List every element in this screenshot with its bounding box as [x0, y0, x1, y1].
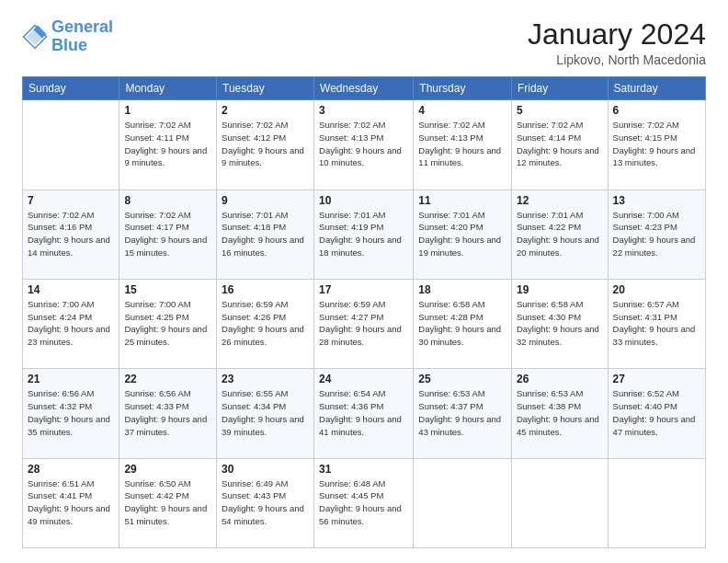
- page: General Blue January 2024 Lipkovo, North…: [0, 0, 728, 563]
- day-info: Sunrise: 6:59 AMSunset: 4:27 PMDaylight:…: [319, 298, 408, 349]
- day-cell: 18Sunrise: 6:58 AMSunset: 4:28 PMDayligh…: [414, 279, 512, 368]
- day-cell: [608, 458, 705, 547]
- day-cell: 3Sunrise: 7:02 AMSunset: 4:13 PMDaylight…: [314, 100, 414, 190]
- week-row-5: 28Sunrise: 6:51 AMSunset: 4:41 PMDayligh…: [23, 458, 706, 547]
- day-cell: 27Sunrise: 6:52 AMSunset: 4:40 PMDayligh…: [608, 369, 705, 458]
- day-info: Sunrise: 6:48 AMSunset: 4:45 PMDaylight:…: [319, 477, 408, 528]
- day-info: Sunrise: 6:52 AMSunset: 4:40 PMDaylight:…: [613, 387, 700, 438]
- day-number: 8: [124, 194, 211, 207]
- day-number: 16: [222, 283, 309, 296]
- day-info: Sunrise: 6:57 AMSunset: 4:31 PMDaylight:…: [613, 298, 700, 349]
- day-cell: 6Sunrise: 7:02 AMSunset: 4:15 PMDaylight…: [608, 100, 705, 190]
- day-info: Sunrise: 7:02 AMSunset: 4:14 PMDaylight:…: [517, 119, 603, 169]
- day-number: 4: [418, 104, 506, 117]
- day-info: Sunrise: 6:58 AMSunset: 4:28 PMDaylight:…: [418, 298, 506, 349]
- logo-line1: General: [51, 17, 113, 36]
- day-number: 15: [124, 283, 211, 296]
- day-cell: 20Sunrise: 6:57 AMSunset: 4:31 PMDayligh…: [608, 279, 705, 368]
- day-cell: 21Sunrise: 6:56 AMSunset: 4:32 PMDayligh…: [23, 369, 119, 458]
- calendar-header-row: SundayMondayTuesdayWednesdayThursdayFrid…: [23, 77, 706, 100]
- day-info: Sunrise: 6:53 AMSunset: 4:38 PMDaylight:…: [517, 387, 603, 438]
- day-header-monday: Monday: [119, 77, 217, 100]
- week-row-4: 21Sunrise: 6:56 AMSunset: 4:32 PMDayligh…: [23, 369, 706, 458]
- day-cell: 8Sunrise: 7:02 AMSunset: 4:17 PMDaylight…: [119, 190, 217, 279]
- day-cell: 31Sunrise: 6:48 AMSunset: 4:45 PMDayligh…: [314, 458, 414, 547]
- title-block: January 2024 Lipkovo, North Macedonia: [528, 18, 706, 67]
- logo: General Blue: [22, 18, 113, 55]
- day-number: 26: [517, 373, 603, 385]
- day-cell: 11Sunrise: 7:01 AMSunset: 4:20 PMDayligh…: [414, 190, 512, 279]
- day-header-sunday: Sunday: [23, 77, 119, 100]
- day-number: 7: [28, 194, 114, 207]
- day-cell: [23, 100, 119, 190]
- day-number: 21: [28, 373, 114, 385]
- logo-text: General Blue: [51, 18, 113, 55]
- day-info: Sunrise: 7:01 AMSunset: 4:22 PMDaylight:…: [517, 209, 603, 259]
- day-number: 2: [222, 104, 309, 117]
- day-header-thursday: Thursday: [414, 77, 512, 100]
- day-number: 29: [124, 463, 211, 476]
- day-cell: 17Sunrise: 6:59 AMSunset: 4:27 PMDayligh…: [314, 279, 414, 368]
- day-info: Sunrise: 7:00 AMSunset: 4:25 PMDaylight:…: [124, 298, 211, 349]
- day-info: Sunrise: 7:02 AMSunset: 4:17 PMDaylight:…: [124, 209, 211, 259]
- day-info: Sunrise: 6:54 AMSunset: 4:36 PMDaylight:…: [319, 387, 408, 438]
- logo-icon: [22, 24, 48, 50]
- day-cell: 28Sunrise: 6:51 AMSunset: 4:41 PMDayligh…: [23, 458, 119, 547]
- day-cell: 12Sunrise: 7:01 AMSunset: 4:22 PMDayligh…: [511, 190, 608, 279]
- day-info: Sunrise: 6:58 AMSunset: 4:30 PMDaylight:…: [517, 298, 603, 349]
- day-number: 19: [517, 283, 603, 296]
- main-title: January 2024: [528, 18, 706, 51]
- day-info: Sunrise: 7:00 AMSunset: 4:23 PMDaylight:…: [613, 209, 700, 259]
- day-number: 5: [517, 104, 603, 117]
- day-cell: 13Sunrise: 7:00 AMSunset: 4:23 PMDayligh…: [608, 190, 705, 279]
- day-number: 14: [28, 283, 114, 296]
- week-row-2: 7Sunrise: 7:02 AMSunset: 4:16 PMDaylight…: [23, 190, 706, 279]
- day-info: Sunrise: 6:56 AMSunset: 4:33 PMDaylight:…: [124, 387, 211, 438]
- day-cell: [414, 458, 512, 547]
- day-info: Sunrise: 6:59 AMSunset: 4:26 PMDaylight:…: [222, 298, 309, 349]
- day-info: Sunrise: 7:02 AMSunset: 4:15 PMDaylight:…: [613, 119, 700, 169]
- day-cell: 24Sunrise: 6:54 AMSunset: 4:36 PMDayligh…: [314, 369, 414, 458]
- day-number: 10: [319, 194, 408, 207]
- day-cell: 30Sunrise: 6:49 AMSunset: 4:43 PMDayligh…: [217, 458, 314, 547]
- day-number: 13: [613, 194, 700, 207]
- day-cell: 29Sunrise: 6:50 AMSunset: 4:42 PMDayligh…: [119, 458, 217, 547]
- day-cell: 19Sunrise: 6:58 AMSunset: 4:30 PMDayligh…: [511, 279, 608, 368]
- day-cell: 15Sunrise: 7:00 AMSunset: 4:25 PMDayligh…: [119, 279, 217, 368]
- day-cell: 1Sunrise: 7:02 AMSunset: 4:11 PMDaylight…: [119, 100, 217, 190]
- day-info: Sunrise: 7:01 AMSunset: 4:20 PMDaylight:…: [418, 209, 506, 259]
- day-info: Sunrise: 6:55 AMSunset: 4:34 PMDaylight:…: [222, 387, 309, 438]
- day-number: 12: [517, 194, 603, 207]
- day-cell: 26Sunrise: 6:53 AMSunset: 4:38 PMDayligh…: [511, 369, 608, 458]
- day-cell: 10Sunrise: 7:01 AMSunset: 4:19 PMDayligh…: [314, 190, 414, 279]
- day-cell: [511, 458, 608, 547]
- day-header-saturday: Saturday: [608, 77, 705, 100]
- logo-line2: Blue: [51, 36, 87, 54]
- day-cell: 25Sunrise: 6:53 AMSunset: 4:37 PMDayligh…: [414, 369, 512, 458]
- day-cell: 7Sunrise: 7:02 AMSunset: 4:16 PMDaylight…: [23, 190, 119, 279]
- day-number: 18: [418, 283, 506, 296]
- day-info: Sunrise: 6:56 AMSunset: 4:32 PMDaylight:…: [28, 387, 114, 438]
- day-info: Sunrise: 7:02 AMSunset: 4:12 PMDaylight:…: [222, 119, 309, 169]
- day-number: 6: [613, 104, 700, 117]
- day-info: Sunrise: 7:02 AMSunset: 4:13 PMDaylight:…: [418, 119, 506, 169]
- day-number: 31: [319, 463, 408, 476]
- day-info: Sunrise: 7:02 AMSunset: 4:16 PMDaylight:…: [28, 209, 114, 259]
- day-cell: 23Sunrise: 6:55 AMSunset: 4:34 PMDayligh…: [217, 369, 314, 458]
- header: General Blue January 2024 Lipkovo, North…: [22, 18, 706, 67]
- day-cell: 16Sunrise: 6:59 AMSunset: 4:26 PMDayligh…: [217, 279, 314, 368]
- day-number: 27: [613, 373, 700, 385]
- day-cell: 2Sunrise: 7:02 AMSunset: 4:12 PMDaylight…: [217, 100, 314, 190]
- day-header-friday: Friday: [511, 77, 608, 100]
- day-cell: 5Sunrise: 7:02 AMSunset: 4:14 PMDaylight…: [511, 100, 608, 190]
- day-number: 23: [222, 373, 309, 385]
- day-number: 28: [28, 463, 114, 476]
- day-number: 9: [222, 194, 309, 207]
- day-info: Sunrise: 6:53 AMSunset: 4:37 PMDaylight:…: [418, 387, 506, 438]
- day-cell: 14Sunrise: 7:00 AMSunset: 4:24 PMDayligh…: [23, 279, 119, 368]
- day-info: Sunrise: 7:01 AMSunset: 4:19 PMDaylight:…: [319, 209, 408, 259]
- day-info: Sunrise: 7:02 AMSunset: 4:13 PMDaylight:…: [319, 119, 408, 169]
- day-info: Sunrise: 6:50 AMSunset: 4:42 PMDaylight:…: [124, 477, 211, 528]
- day-cell: 4Sunrise: 7:02 AMSunset: 4:13 PMDaylight…: [414, 100, 512, 190]
- week-row-1: 1Sunrise: 7:02 AMSunset: 4:11 PMDaylight…: [23, 100, 706, 190]
